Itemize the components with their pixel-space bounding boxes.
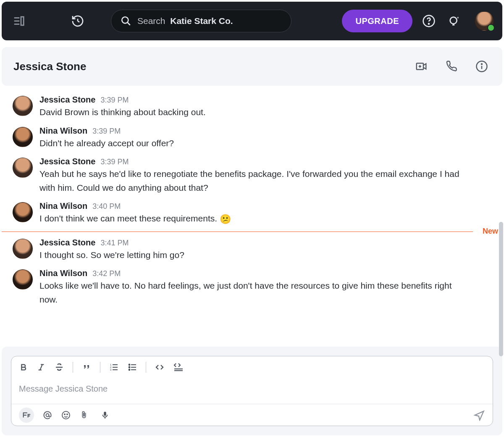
strike-icon — [54, 362, 64, 372]
svg-point-38 — [64, 414, 65, 415]
unordered-list-button[interactable] — [127, 362, 137, 372]
svg-rect-40 — [104, 411, 106, 416]
history-button[interactable] — [69, 12, 87, 30]
global-search[interactable]: Search Katie Stark Co. — [111, 10, 291, 32]
confused-face-emoji: 😕 — [217, 214, 231, 224]
ordered-list-icon: 123 — [109, 362, 119, 372]
bold-button[interactable] — [19, 363, 28, 372]
message-time: 3:39 PM — [100, 96, 129, 105]
message-row: Jessica Stone3:39 PMYeah but he says he'… — [2, 153, 502, 198]
formatting-toolbar: 123 — [11, 356, 493, 378]
upgrade-button[interactable]: UPGRADE — [342, 10, 412, 32]
phone-icon — [446, 61, 457, 72]
italic-icon — [37, 363, 46, 372]
message-text: I don't think we can meet these requirem… — [39, 212, 464, 226]
message-avatar[interactable] — [13, 269, 33, 290]
message-body: Nina Wilson3:40 PMI don't think we can m… — [39, 201, 491, 226]
svg-line-7 — [128, 23, 130, 25]
toolbar-divider — [100, 362, 100, 373]
message-composer: 123 Message Jessica Stone — [11, 356, 493, 426]
message-input[interactable]: Message Jessica Stone — [11, 378, 493, 404]
chat-title: Jessica Stone — [13, 60, 86, 73]
message-body: Jessica Stone3:39 PMDavid Brown is think… — [39, 95, 491, 119]
unordered-list-icon — [127, 362, 137, 372]
chat-header: Jessica Stone — [2, 47, 502, 86]
avatar-face — [13, 96, 33, 116]
avatar-face — [13, 158, 33, 178]
sidebar-toggle-button[interactable] — [10, 12, 28, 30]
svg-point-39 — [67, 414, 68, 415]
message-avatar[interactable] — [13, 239, 33, 259]
message-text: Looks like we'll have to. No hard feelin… — [39, 279, 464, 306]
code-icon — [155, 362, 165, 372]
current-user-avatar[interactable] — [475, 11, 494, 31]
start-call-button[interactable] — [443, 58, 460, 75]
video-add-icon — [415, 60, 428, 73]
composer-actions — [11, 404, 493, 426]
code-block-button[interactable] — [173, 362, 184, 372]
message-avatar[interactable] — [13, 158, 33, 178]
start-video-button[interactable] — [412, 58, 430, 75]
message-text: David Brown is thinking about backing ou… — [39, 105, 464, 119]
text-format-toggle[interactable] — [19, 408, 34, 423]
mic-button[interactable] — [100, 410, 110, 420]
svg-point-32 — [129, 367, 130, 368]
message-author: Nina Wilson — [39, 269, 87, 278]
message-body: Jessica Stone3:39 PMYeah but he says he'… — [39, 157, 491, 195]
message-row: Nina Wilson3:39 PMDidn't he already acce… — [2, 123, 502, 154]
message-row: Nina Wilson3:40 PMI don't think we can m… — [2, 198, 502, 229]
message-author: Jessica Stone — [39, 238, 95, 247]
message-time: 3:41 PM — [100, 239, 129, 247]
history-icon — [71, 14, 84, 28]
message-author: Jessica Stone — [39, 95, 95, 105]
mention-icon — [42, 410, 52, 420]
sidebar-toggle-icon — [13, 15, 25, 27]
scrollbar-thumb[interactable] — [499, 222, 503, 356]
message-avatar[interactable] — [13, 202, 33, 222]
help-button[interactable] — [420, 12, 438, 30]
quote-icon — [81, 362, 92, 372]
message-list: Jessica Stone3:39 PMDavid Brown is think… — [0, 87, 504, 345]
message-row: Jessica Stone3:41 PMI thought so. So we'… — [2, 234, 502, 266]
sparkle-bulb-icon — [447, 14, 461, 28]
attachment-button[interactable] — [79, 410, 89, 420]
composer-area: 123 Message Jessica Stone — [2, 347, 502, 435]
message-time: 3:39 PM — [92, 127, 121, 136]
ordered-list-button[interactable]: 123 — [109, 362, 119, 372]
italic-button[interactable] — [37, 363, 46, 372]
message-time: 3:42 PM — [92, 269, 121, 278]
emoji-picker-button[interactable] — [61, 410, 71, 420]
svg-point-31 — [129, 364, 130, 366]
send-button[interactable] — [473, 409, 485, 421]
message-row: Jessica Stone3:39 PMDavid Brown is think… — [2, 92, 502, 123]
chat-info-button[interactable] — [473, 58, 491, 75]
inline-code-button[interactable] — [155, 362, 165, 372]
svg-point-36 — [46, 413, 49, 416]
message-author: Nina Wilson — [39, 201, 87, 211]
message-author: Jessica Stone — [39, 157, 95, 166]
whats-new-button[interactable] — [445, 12, 463, 30]
message-text: Didn't he already accept our offer? — [39, 137, 464, 150]
help-icon — [422, 14, 436, 28]
bold-icon — [19, 363, 28, 372]
avatar-face — [13, 127, 33, 147]
code-block-icon — [173, 362, 184, 372]
strike-button[interactable] — [54, 362, 64, 372]
global-topbar: Search Katie Stark Co. UPGRADE — [2, 2, 502, 40]
new-messages-divider: New — [2, 232, 473, 232]
new-label: New — [483, 227, 498, 236]
avatar-face — [475, 11, 494, 31]
message-avatar[interactable] — [13, 127, 33, 147]
toolbar-divider — [73, 362, 73, 373]
message-avatar[interactable] — [13, 96, 33, 116]
search-placeholder-text: Search Katie Stark Co. — [137, 16, 233, 26]
svg-point-6 — [122, 17, 128, 23]
svg-text:3: 3 — [110, 369, 112, 371]
svg-line-5 — [78, 21, 79, 22]
message-author: Nina Wilson — [39, 126, 87, 136]
attachment-icon — [79, 410, 89, 420]
message-body: Nina Wilson3:42 PMLooks like we'll have … — [39, 269, 491, 306]
text-format-icon — [22, 411, 31, 420]
quote-button[interactable] — [81, 362, 92, 372]
mention-button[interactable] — [42, 410, 52, 420]
